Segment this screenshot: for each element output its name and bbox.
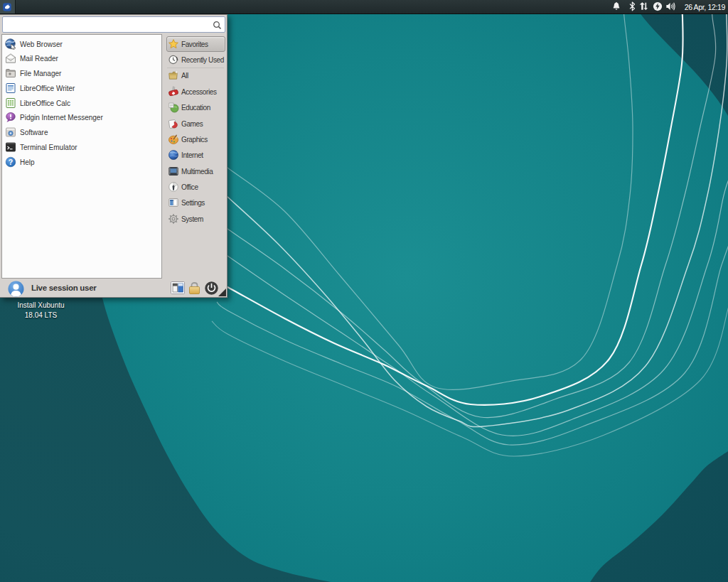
svg-text:?: ? xyxy=(9,157,13,166)
